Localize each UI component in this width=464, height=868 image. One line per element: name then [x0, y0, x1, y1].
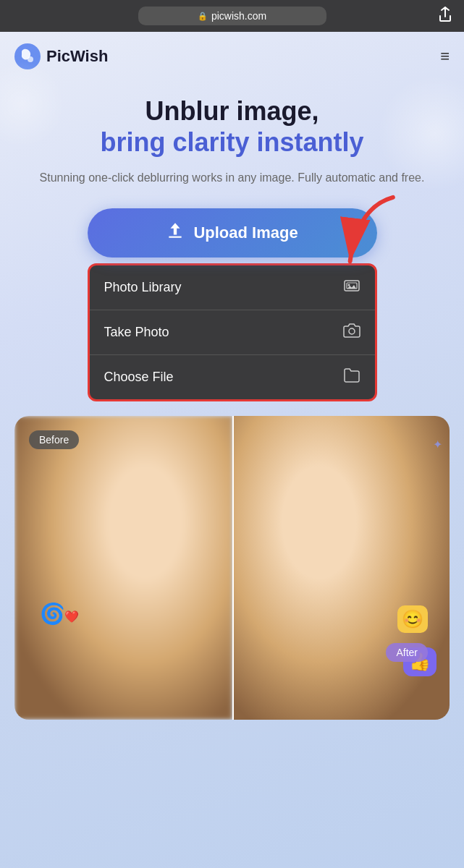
after-label: After [386, 643, 428, 662]
swirl-sticker: 🌀 ❤️ [40, 602, 79, 626]
hero-title-line1: Unblur image, [29, 95, 435, 127]
sparkle-decoration: ✦ [433, 438, 442, 451]
dropdown-item-choose-file[interactable]: Choose File [90, 355, 375, 399]
main-page: PicWish ≡ Unblur image, bring clarity in… [0, 32, 464, 868]
hero-section: Unblur image, bring clarity instantly St… [0, 81, 464, 187]
before-after-divider [232, 416, 234, 720]
camera-icon [343, 322, 360, 343]
upload-button-outer: Upload Image [88, 208, 377, 258]
before-label: Before [29, 430, 79, 449]
smiley-sticker: 😊 [397, 605, 428, 633]
hamburger-menu-button[interactable]: ≡ [440, 47, 450, 66]
svg-point-1 [28, 56, 33, 62]
choose-file-label: Choose File [104, 370, 174, 385]
hero-title-line2: bring clarity instantly [29, 127, 435, 158]
before-image [14, 416, 232, 720]
url-bar[interactable]: 🔒 picwish.com [138, 7, 326, 25]
take-photo-label: Take Photo [104, 325, 169, 340]
logo-icon [14, 43, 41, 69]
red-arrow-decoration [313, 187, 425, 288]
logo-container: PicWish [14, 43, 108, 69]
url-text: picwish.com [211, 10, 266, 22]
share-button[interactable] [438, 7, 452, 26]
upload-section: Upload Image Photo Library Take Photo [0, 208, 464, 401]
upload-icon [166, 221, 185, 244]
svg-point-6 [349, 328, 355, 334]
hero-subtitle: Stunning one-click deblurring works in a… [29, 169, 435, 187]
before-after-container: Before After [14, 416, 450, 720]
lock-icon: 🔒 [198, 12, 208, 21]
upload-button-label: Upload Image [193, 224, 298, 242]
logo-text: PicWish [46, 47, 108, 66]
folder-icon [343, 367, 360, 388]
photo-library-label: Photo Library [104, 280, 182, 295]
navbar: PicWish ≡ [0, 32, 464, 81]
before-after-section: Before After 🌀 ❤️ ✦ 😊 👍 [0, 416, 464, 720]
browser-bar: 🔒 picwish.com [0, 0, 464, 32]
dropdown-item-take-photo[interactable]: Take Photo [90, 310, 375, 355]
